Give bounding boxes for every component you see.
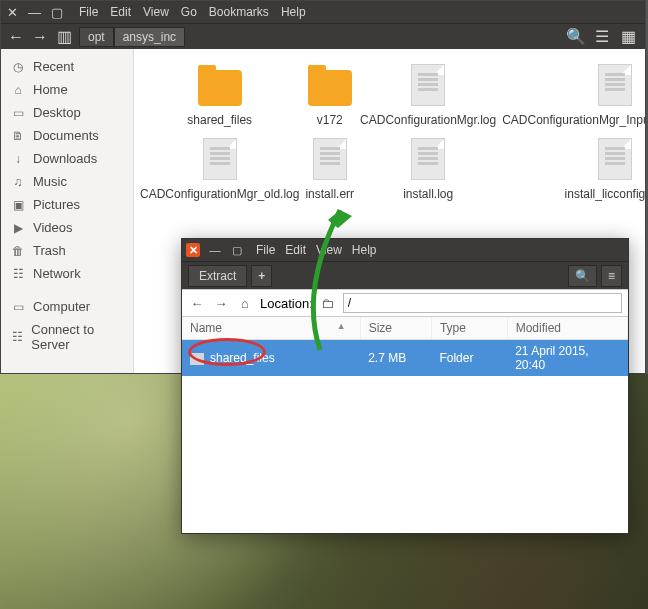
menu-go[interactable]: Go bbox=[181, 5, 197, 19]
sidebar-item-pictures[interactable]: ▣Pictures bbox=[1, 193, 133, 216]
location-input[interactable] bbox=[343, 293, 622, 313]
col-size[interactable]: Size bbox=[360, 317, 431, 340]
file-icon bbox=[313, 138, 347, 180]
location-label: Location: bbox=[260, 296, 313, 311]
minimize-icon[interactable]: — bbox=[208, 243, 222, 257]
folder-icon bbox=[190, 353, 204, 365]
file-icon bbox=[411, 64, 445, 106]
col-type[interactable]: Type bbox=[431, 317, 507, 340]
menu-view[interactable]: View bbox=[316, 243, 342, 257]
clock-icon: ◷ bbox=[11, 60, 25, 74]
file-item[interactable]: install.err bbox=[303, 133, 356, 203]
view-grid-icon[interactable]: ▦ bbox=[617, 27, 639, 47]
toolbar: Extract + 🔍 ≡ bbox=[182, 261, 628, 289]
file-label: shared_files bbox=[140, 113, 299, 127]
file-item[interactable]: CADConfigurationMgr.log bbox=[358, 59, 498, 129]
file-item[interactable]: shared_files bbox=[138, 59, 301, 129]
documents-icon: 🗎 bbox=[11, 129, 25, 143]
sidebar-label: Documents bbox=[33, 128, 99, 143]
path-toggle-button[interactable]: ▥ bbox=[53, 27, 75, 47]
sidebar-item-computer[interactable]: ▭Computer bbox=[1, 295, 133, 318]
trash-icon: 🗑 bbox=[11, 244, 25, 258]
sidebar-item-recent[interactable]: ◷Recent bbox=[1, 55, 133, 78]
file-item[interactable]: install.log bbox=[358, 133, 498, 203]
sidebar-item-music[interactable]: ♫Music bbox=[1, 170, 133, 193]
menu-icon[interactable]: ≡ bbox=[601, 265, 622, 287]
minimize-icon[interactable]: — bbox=[28, 5, 41, 20]
close-icon[interactable]: ✕ bbox=[7, 5, 18, 20]
menubar: File Edit View Go Bookmarks Help bbox=[79, 5, 306, 19]
menu-view[interactable]: View bbox=[143, 5, 169, 19]
file-icon bbox=[203, 138, 237, 180]
cell-name: shared_files bbox=[210, 351, 275, 365]
sidebar-label: Downloads bbox=[33, 151, 97, 166]
forward-button[interactable]: → bbox=[29, 27, 51, 47]
cell-size: 2.7 MB bbox=[360, 340, 431, 377]
sidebar-item-downloads[interactable]: ↓Downloads bbox=[1, 147, 133, 170]
back-button[interactable]: ← bbox=[188, 296, 206, 311]
file-list-table: Name Size Type Modified shared_files 2.7… bbox=[182, 317, 628, 376]
network-icon: ☷ bbox=[11, 267, 25, 281]
sidebar-item-trash[interactable]: 🗑Trash bbox=[1, 239, 133, 262]
sidebar-label: Trash bbox=[33, 243, 66, 258]
sidebar-item-home[interactable]: ⌂Home bbox=[1, 78, 133, 101]
file-item[interactable]: v172 bbox=[303, 59, 356, 129]
file-label: install_licconfig.log bbox=[502, 187, 645, 201]
menu-file[interactable]: File bbox=[256, 243, 275, 257]
download-icon: ↓ bbox=[11, 152, 25, 166]
menu-edit[interactable]: Edit bbox=[285, 243, 306, 257]
sidebar-label: Computer bbox=[33, 299, 90, 314]
sidebar-item-network[interactable]: ☷Network bbox=[1, 262, 133, 285]
file-label: install.log bbox=[360, 187, 496, 201]
file-label: CADConfigurationMgr.log bbox=[360, 113, 496, 127]
sidebar-label: Videos bbox=[33, 220, 73, 235]
folder-icon: 🗀 bbox=[319, 296, 337, 311]
sidebar-item-desktop[interactable]: ▭Desktop bbox=[1, 101, 133, 124]
cell-type: Folder bbox=[431, 340, 507, 377]
add-button[interactable]: + bbox=[251, 265, 272, 287]
table-row[interactable]: shared_files 2.7 MB Folder 21 April 2015… bbox=[182, 340, 628, 377]
file-item[interactable]: install_licconfig.log bbox=[500, 133, 645, 203]
search-icon[interactable]: 🔍 bbox=[565, 27, 587, 47]
view-list-icon[interactable]: ☰ bbox=[591, 27, 613, 47]
sidebar-label: Network bbox=[33, 266, 81, 281]
toolbar: ← → ▥ opt ansys_inc 🔍 ☰ ▦ bbox=[1, 23, 645, 49]
sidebar-label: Home bbox=[33, 82, 68, 97]
sidebar-item-documents[interactable]: 🗎Documents bbox=[1, 124, 133, 147]
file-icon bbox=[598, 64, 632, 106]
sidebar-item-videos[interactable]: ▶Videos bbox=[1, 216, 133, 239]
server-icon: ☷ bbox=[11, 330, 23, 344]
file-label: install.err bbox=[305, 187, 354, 201]
close-icon[interactable]: ✕ bbox=[186, 243, 200, 257]
search-icon[interactable]: 🔍 bbox=[568, 265, 597, 287]
titlebar: ✕ — ▢ File Edit View Go Bookmarks Help bbox=[1, 1, 645, 23]
maximize-icon[interactable]: ▢ bbox=[230, 243, 244, 257]
menu-help[interactable]: Help bbox=[352, 243, 377, 257]
file-item[interactable]: CADConfigurationMgr_InputArguments.l... bbox=[500, 59, 645, 129]
menu-file[interactable]: File bbox=[79, 5, 98, 19]
back-button[interactable]: ← bbox=[5, 27, 27, 47]
pictures-icon: ▣ bbox=[11, 198, 25, 212]
menu-help[interactable]: Help bbox=[281, 5, 306, 19]
breadcrumb-ansys-inc[interactable]: ansys_inc bbox=[114, 27, 185, 47]
file-item[interactable]: CADConfigurationMgr_old.log bbox=[138, 133, 301, 203]
file-icon bbox=[411, 138, 445, 180]
col-name[interactable]: Name bbox=[182, 317, 360, 340]
maximize-icon[interactable]: ▢ bbox=[51, 5, 63, 20]
forward-button[interactable]: → bbox=[212, 296, 230, 311]
sidebar-label: Desktop bbox=[33, 105, 81, 120]
col-modified[interactable]: Modified bbox=[507, 317, 627, 340]
sidebar-label: Music bbox=[33, 174, 67, 189]
sidebar-item-connect-server[interactable]: ☷Connect to Server bbox=[1, 318, 133, 356]
file-label: CADConfigurationMgr_InputArguments.l... bbox=[502, 113, 645, 127]
extract-button[interactable]: Extract bbox=[188, 265, 247, 287]
breadcrumb-opt[interactable]: opt bbox=[79, 27, 114, 47]
home-icon: ⌂ bbox=[11, 83, 25, 97]
sidebar-label: Pictures bbox=[33, 197, 80, 212]
breadcrumb: opt ansys_inc bbox=[79, 27, 185, 47]
sidebar-label: Connect to Server bbox=[31, 322, 123, 352]
menu-edit[interactable]: Edit bbox=[110, 5, 131, 19]
menu-bookmarks[interactable]: Bookmarks bbox=[209, 5, 269, 19]
home-icon[interactable]: ⌂ bbox=[236, 296, 254, 311]
sidebar-label: Recent bbox=[33, 59, 74, 74]
